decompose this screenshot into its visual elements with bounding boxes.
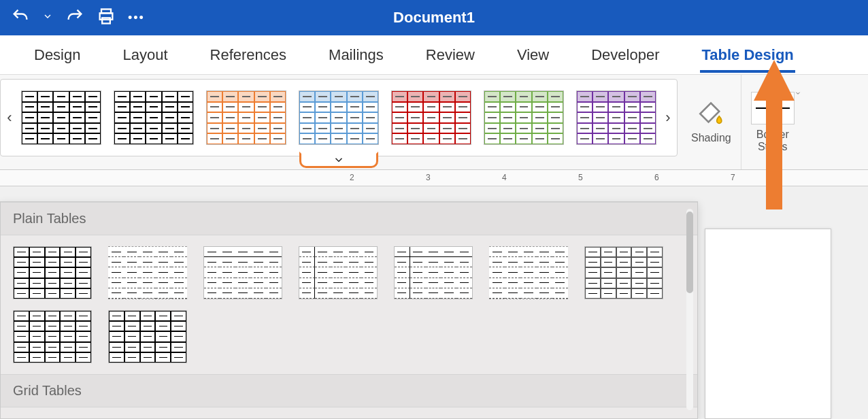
ruler-mark: 6 bbox=[654, 173, 659, 182]
undo-history-dropdown[interactable] bbox=[42, 11, 53, 24]
border-styles-label: Border Styles bbox=[756, 129, 789, 152]
tab-design[interactable]: Design bbox=[33, 38, 82, 72]
plain-tables-grid bbox=[1, 235, 697, 310]
tab-review[interactable]: Review bbox=[424, 38, 476, 72]
plain-table-2[interactable] bbox=[108, 246, 187, 299]
styles-scroll-right[interactable]: › bbox=[659, 80, 677, 156]
border-style-swatch bbox=[751, 92, 795, 124]
more-commands-button[interactable]: ••• bbox=[128, 11, 145, 25]
ruler-mark: 7 bbox=[731, 173, 735, 182]
table-style-blue[interactable] bbox=[299, 90, 379, 145]
shading-button[interactable]: Shading bbox=[682, 75, 741, 169]
ribbon-content: ‹ › Shading Border Styles bbox=[0, 75, 868, 170]
undo-button[interactable] bbox=[11, 7, 30, 29]
ruler-mark: 2 bbox=[350, 173, 354, 182]
border-styles-button[interactable]: Border Styles bbox=[741, 75, 804, 169]
tab-table-design[interactable]: Table Design bbox=[700, 38, 795, 72]
titlebar: ••• Document1 bbox=[0, 0, 868, 35]
print-button[interactable] bbox=[97, 7, 116, 29]
table-style-bold-border[interactable] bbox=[114, 90, 194, 145]
plain-table-8[interactable] bbox=[13, 310, 92, 363]
tab-view[interactable]: View bbox=[516, 38, 550, 72]
styles-scroll-left[interactable]: ‹ bbox=[1, 80, 18, 156]
table-styles-gallery-dropdown: Plain Tables Grid Tables bbox=[0, 201, 698, 419]
plain-table-3[interactable] bbox=[203, 246, 282, 299]
table-style-orange[interactable] bbox=[206, 90, 286, 145]
tab-layout[interactable]: Layout bbox=[121, 38, 169, 72]
quick-access-toolbar: ••• bbox=[11, 7, 145, 29]
ruler-mark: 4 bbox=[502, 173, 507, 182]
tab-mailings[interactable]: Mailings bbox=[327, 38, 385, 72]
tab-developer[interactable]: Developer bbox=[590, 38, 661, 72]
ribbon-tabs: Design Layout References Mailings Review… bbox=[0, 35, 868, 75]
plain-table-9[interactable] bbox=[108, 310, 187, 363]
table-style-red[interactable] bbox=[391, 90, 471, 145]
chevron-down-icon bbox=[795, 90, 801, 97]
plain-table-5[interactable] bbox=[394, 246, 473, 299]
document-page bbox=[705, 229, 831, 419]
table-style-plain[interactable] bbox=[21, 90, 101, 145]
plain-table-1[interactable] bbox=[13, 246, 92, 299]
tab-references[interactable]: References bbox=[209, 38, 288, 72]
gallery-scrollbar[interactable] bbox=[686, 209, 693, 410]
chevron-down-icon bbox=[333, 154, 345, 166]
gallery-section-grid-tables: Grid Tables bbox=[1, 374, 697, 407]
document-title: Document1 bbox=[393, 9, 475, 27]
table-styles-gallery: ‹ › bbox=[0, 79, 678, 156]
gallery-section-plain-tables: Plain Tables bbox=[1, 202, 697, 235]
table-style-purple[interactable] bbox=[576, 90, 656, 145]
redo-button[interactable] bbox=[65, 7, 84, 29]
paint-bucket-icon bbox=[697, 101, 725, 129]
plain-table-4[interactable] bbox=[299, 246, 378, 299]
ruler-mark: 3 bbox=[426, 173, 431, 182]
shading-label: Shading bbox=[691, 132, 731, 144]
table-style-green[interactable] bbox=[484, 90, 564, 145]
horizontal-ruler[interactable]: 2 3 4 5 6 7 bbox=[0, 170, 868, 186]
table-styles-expand-button[interactable] bbox=[299, 152, 378, 168]
plain-table-6[interactable] bbox=[489, 246, 568, 299]
ruler-mark: 5 bbox=[578, 173, 583, 182]
plain-table-7[interactable] bbox=[584, 246, 663, 299]
